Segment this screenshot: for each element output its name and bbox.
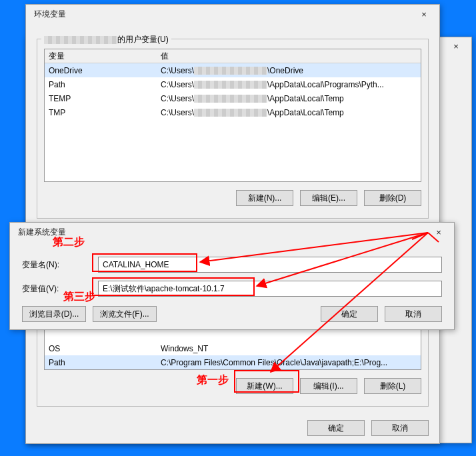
- browse-dir-button[interactable]: 浏览目录(D)...: [22, 306, 86, 322]
- edit-sys-var-button[interactable]: 编辑(I)...: [300, 378, 357, 394]
- close-icon[interactable]: ×: [429, 227, 449, 237]
- sys-vars-buttons: 新建(W)... 编辑(I)... 删除(L): [37, 373, 428, 394]
- edit-user-var-button[interactable]: 编辑(E)...: [300, 190, 357, 206]
- browse-file-button[interactable]: 浏览文件(F)...: [93, 306, 157, 322]
- header-var: 变量: [45, 51, 158, 62]
- table-row[interactable]: Path C:\Program Files\Common Files\Oracl…: [45, 355, 421, 369]
- ok-button[interactable]: 确定: [321, 306, 378, 322]
- delete-sys-var-button[interactable]: 删除(L): [364, 378, 421, 394]
- table-row[interactable]: OneDrive C:\Users\\OneDrive: [45, 63, 421, 77]
- env-dialog-buttons: 确定 取消: [26, 413, 439, 445]
- new-user-var-button[interactable]: 新建(N)...: [236, 190, 293, 206]
- close-icon[interactable]: ×: [414, 9, 434, 19]
- delete-user-var-button[interactable]: 删除(D): [364, 190, 421, 206]
- user-vars-table[interactable]: 变量 值 OneDrive C:\Users\\OneDrive Path C:…: [44, 49, 421, 182]
- annotation-box-name: [92, 253, 197, 272]
- ok-button[interactable]: 确定: [307, 420, 365, 436]
- close-icon[interactable]: ×: [446, 41, 466, 51]
- user-vars-legend: 的用户变量(U): [41, 34, 171, 45]
- user-vars-group: 的用户变量(U) 变量 值 OneDrive C:\Users\\OneDriv…: [37, 39, 429, 219]
- annotation-step1: 第一步: [197, 373, 229, 387]
- annotation-box-newbtn: [234, 370, 299, 393]
- user-vars-buttons: 新建(N)... 编辑(E)... 删除(D): [37, 185, 428, 206]
- table-row[interactable]: TMP C:\Users\\AppData\Local\Temp: [45, 105, 421, 119]
- header-val: 值: [158, 51, 421, 62]
- var-name-row: 变量名(N):: [10, 253, 454, 277]
- table-row[interactable]: OS Windows_NT: [45, 341, 421, 355]
- annotation-step2: 第二步: [53, 235, 85, 249]
- table-row[interactable]: Path C:\Users\\AppData\Local\Programs\Py…: [45, 77, 421, 91]
- cancel-button[interactable]: 取消: [385, 306, 442, 322]
- env-vars-titlebar: 环境变量 ×: [26, 5, 439, 24]
- var-name-label: 变量名(N):: [22, 259, 93, 271]
- cancel-button[interactable]: 取消: [371, 420, 429, 436]
- annotation-step3: 第三步: [63, 290, 95, 304]
- annotation-box-value: [92, 277, 255, 296]
- table-row[interactable]: TEMP C:\Users\\AppData\Local\Temp: [45, 91, 421, 105]
- dialog-title: 环境变量: [34, 9, 66, 20]
- table-header: 变量 值: [45, 49, 421, 63]
